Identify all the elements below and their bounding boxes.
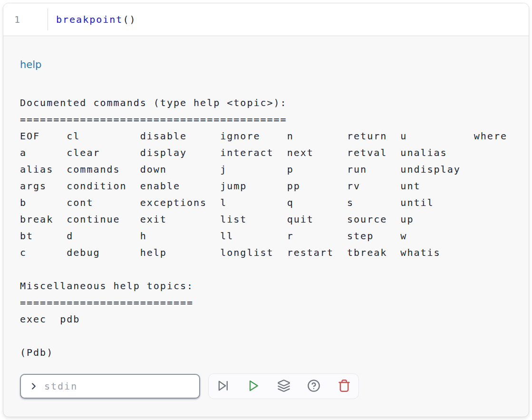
code-line[interactable]: breakpoint() bbox=[56, 14, 136, 25]
help-button[interactable] bbox=[307, 379, 321, 393]
skip-forward-icon bbox=[216, 379, 230, 394]
run-button[interactable] bbox=[246, 379, 261, 393]
console-area: help Documented commands (type help <top… bbox=[3, 36, 529, 399]
help-circle-icon bbox=[307, 379, 320, 394]
chevron-right-icon bbox=[29, 381, 39, 391]
console-output: Documented commands (type help <topic>):… bbox=[20, 95, 512, 361]
code-function-name: breakpoint bbox=[56, 14, 123, 25]
debug-toolbar bbox=[208, 373, 359, 399]
code-editor-row: 1 breakpoint() bbox=[3, 3, 529, 36]
gutter-divider bbox=[48, 9, 48, 30]
code-parens: () bbox=[123, 14, 136, 25]
delete-button[interactable] bbox=[337, 379, 351, 393]
stdin-input[interactable] bbox=[43, 380, 193, 392]
layers-icon bbox=[277, 379, 290, 394]
line-number: 1 bbox=[14, 14, 21, 25]
line-number-gutter: 1 bbox=[3, 3, 48, 36]
stdin-box[interactable] bbox=[20, 374, 200, 399]
controls-row bbox=[20, 373, 512, 399]
echoed-command: help bbox=[20, 58, 512, 71]
debugger-panel: 1 breakpoint() help Documented commands … bbox=[3, 3, 529, 417]
play-icon bbox=[247, 379, 260, 394]
step-forward-button[interactable] bbox=[216, 379, 230, 393]
stack-button[interactable] bbox=[277, 379, 291, 393]
trash-icon bbox=[338, 379, 351, 394]
